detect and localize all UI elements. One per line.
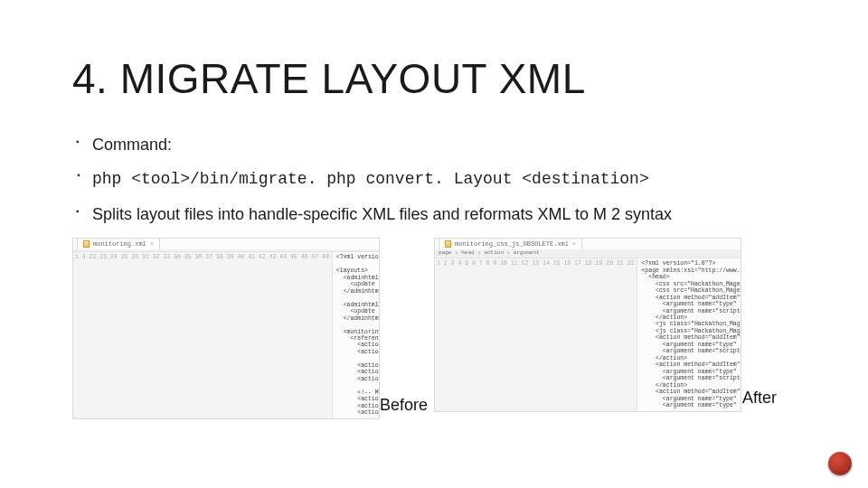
before-code: <?xml version="1.0" encoding="UTF-8"?> <…: [333, 252, 379, 418]
bullet-command: Command:: [76, 134, 796, 155]
close-icon[interactable]: ×: [150, 240, 154, 248]
file-icon: [83, 240, 90, 248]
after-label: After: [742, 389, 777, 408]
after-gutter: 1 2 3 4 5 6 7 8 9 10 11 12 13 14 15 16 1…: [435, 258, 637, 410]
file-icon: [445, 240, 451, 248]
before-gutter: 1 4 22 23 24 25 26 31 32 33 34 35 36 37 …: [73, 252, 333, 418]
after-pane: monitoring_css_js_OBSOLETE.xml × page › …: [434, 238, 741, 412]
slide-title: 4. MIGRATE LAYOUT XML: [72, 54, 796, 103]
bullet-list: Command: php <tool>/bin/migrate. php con…: [72, 134, 796, 225]
after-tab-label: monitoring_css_js_OBSOLETE.xml: [455, 240, 569, 248]
slide-number-badge: [828, 452, 852, 475]
before-pane: monitoring.xml × 1 4 22 23 24 25 26 31 3…: [72, 238, 380, 419]
after-tab[interactable]: monitoring_css_js_OBSOLETE.xml ×: [439, 238, 582, 249]
after-breadcrumb: page › head › action › argument: [435, 249, 741, 258]
close-icon[interactable]: ×: [572, 240, 576, 248]
bullet-description: Splits layout files into handle-specific…: [76, 203, 796, 225]
before-tab[interactable]: monitoring.xml ×: [77, 238, 160, 249]
bullet-command-line: php <tool>/bin/migrate. php convert. Lay…: [76, 168, 796, 190]
before-tab-label: monitoring.xml: [93, 240, 146, 248]
before-label: Before: [380, 396, 428, 415]
code-compare: monitoring.xml × 1 4 22 23 24 25 26 31 3…: [72, 238, 796, 419]
after-code: <?xml version="1.0"?> <page xmlns:xsi="h…: [637, 258, 741, 410]
